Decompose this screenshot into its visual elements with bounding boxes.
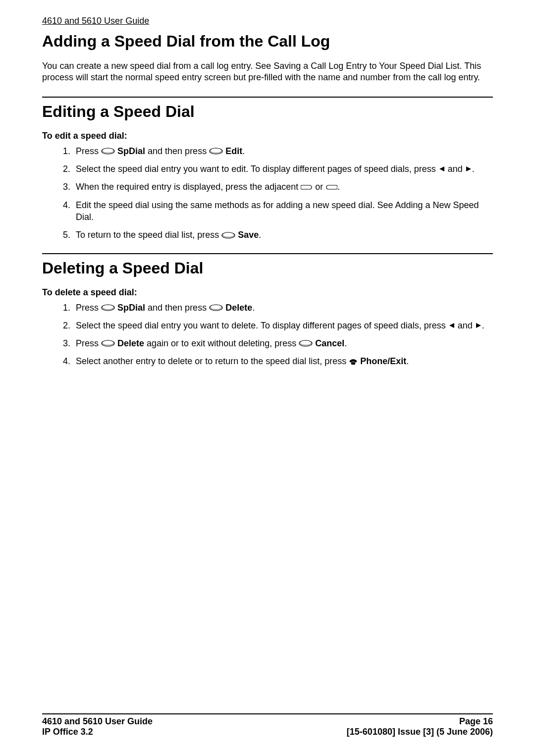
label: SpDial xyxy=(117,303,145,313)
text: . xyxy=(337,182,340,192)
running-header: 4610 and 5610 User Guide xyxy=(42,16,493,27)
footer-right-1: Page 16 xyxy=(459,716,493,727)
list-item: Press Delete again or to exit without de… xyxy=(73,337,493,349)
label: SpDial xyxy=(117,146,145,156)
text: and then press xyxy=(145,146,209,156)
display-key-right-icon xyxy=(301,184,313,190)
softkey-icon xyxy=(101,304,115,311)
softkey-icon xyxy=(101,148,115,155)
text: . xyxy=(259,230,261,240)
text: and xyxy=(455,321,475,330)
text: . xyxy=(406,356,409,366)
page-footer: 4610 and 5610 User Guide Page 16 IP Offi… xyxy=(42,713,493,737)
section2-title: Editing a Speed Dial xyxy=(42,103,493,121)
list-item: Select another entry to delete or to ret… xyxy=(73,355,493,367)
text: Select the speed dial entry you want to … xyxy=(76,321,448,330)
footer-right-2: [15-601080] Issue [3] (5 June 2006) xyxy=(347,727,493,737)
text: To return to the speed dial list, press xyxy=(76,230,221,240)
label: Edit xyxy=(225,146,242,156)
text: Press xyxy=(76,303,101,313)
text: . xyxy=(252,303,255,313)
phone-icon xyxy=(349,358,358,365)
section3-steps: Press SpDial and then press Delete. Sele… xyxy=(73,302,493,368)
section1-title: Adding a Speed Dial from the Call Log xyxy=(42,32,493,51)
arrow-left-icon xyxy=(448,322,455,329)
label: Delete xyxy=(225,303,252,313)
text: Edit the speed dial using the same metho… xyxy=(76,200,479,222)
list-item: Select the speed dial entry you want to … xyxy=(73,163,493,175)
softkey-icon xyxy=(209,148,223,155)
label: Save xyxy=(238,230,259,240)
label: Cancel xyxy=(315,338,344,348)
footer-rule xyxy=(42,713,493,714)
label: Delete xyxy=(117,338,144,348)
list-item: Edit the speed dial using the same metho… xyxy=(73,199,493,223)
softkey-icon xyxy=(101,340,115,347)
text: . xyxy=(482,321,484,330)
text: Select the speed dial entry you want to … xyxy=(76,164,438,174)
text: . xyxy=(242,146,245,156)
text: Select another entry to delete or to ret… xyxy=(76,356,349,366)
softkey-icon xyxy=(299,340,313,347)
display-key-left-icon xyxy=(325,184,337,190)
text: or xyxy=(313,182,325,192)
text: and then press xyxy=(145,303,209,313)
list-item: Select the speed dial entry you want to … xyxy=(73,320,493,331)
text: Press xyxy=(76,146,101,156)
section2-subheading: To edit a speed dial: xyxy=(42,131,493,141)
softkey-icon xyxy=(209,304,223,311)
text: again or to exit without deleting, press xyxy=(144,338,299,348)
arrow-right-icon xyxy=(475,322,482,329)
list-item: Press SpDial and then press Edit. xyxy=(73,145,493,157)
divider xyxy=(42,97,493,98)
text: When the required entry is displayed, pr… xyxy=(76,182,301,192)
list-item: Press SpDial and then press Delete. xyxy=(73,302,493,314)
text: Press xyxy=(76,338,101,348)
label: Phone/Exit xyxy=(360,356,406,366)
divider xyxy=(42,253,493,254)
arrow-left-icon xyxy=(438,165,445,172)
section1-body: You can create a new speed dial from a c… xyxy=(42,60,493,84)
section2-steps: Press SpDial and then press Edit. Select… xyxy=(73,145,493,241)
section3-subheading: To delete a speed dial: xyxy=(42,287,493,298)
text: . xyxy=(472,164,475,174)
list-item: To return to the speed dial list, press … xyxy=(73,229,493,241)
softkey-icon xyxy=(221,232,235,239)
text: and xyxy=(445,164,465,174)
arrow-right-icon xyxy=(465,165,472,172)
text: . xyxy=(344,338,347,348)
list-item: When the required entry is displayed, pr… xyxy=(73,181,493,193)
footer-left-2: IP Office 3.2 xyxy=(42,727,93,737)
footer-left-1: 4610 and 5610 User Guide xyxy=(42,716,153,727)
section3-title: Deleting a Speed Dial xyxy=(42,259,493,277)
